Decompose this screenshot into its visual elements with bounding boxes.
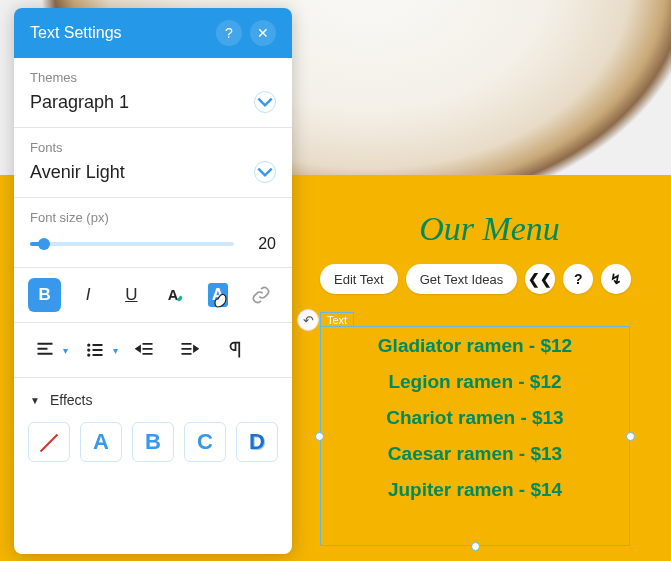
effects-presets: A B C D <box>14 422 292 476</box>
text-direction-button[interactable] <box>216 333 250 367</box>
chevron-down-icon <box>254 161 276 183</box>
indent-button[interactable] <box>172 333 206 367</box>
underline-button[interactable]: U <box>115 278 148 312</box>
triangle-down-icon: ▼ <box>30 395 40 406</box>
paragraph-format-row: ▾ ▾ <box>14 323 292 378</box>
element-toolbar: Edit Text Get Text Ideas ❮❮ ? ↯ <box>320 264 631 294</box>
selected-text-box[interactable]: Gladiator ramen - $12 Legion ramen - $12… <box>320 326 630 546</box>
slider-thumb[interactable] <box>38 238 50 250</box>
panel-header: Text Settings ? ✕ <box>14 8 292 58</box>
effect-preset-a[interactable]: A <box>80 422 122 462</box>
themes-dropdown[interactable]: Paragraph 1 <box>30 91 276 113</box>
list-button[interactable]: ▾ <box>78 333 118 367</box>
fonts-label: Fonts <box>30 140 276 155</box>
menu-item: Legion ramen - $12 <box>388 371 561 393</box>
chevron-down-icon <box>254 91 276 113</box>
panel-title: Text Settings <box>30 24 208 42</box>
text-settings-panel: Text Settings ? ✕ Themes Paragraph 1 Fon… <box>14 8 292 554</box>
themes-section: Themes Paragraph 1 <box>14 58 292 128</box>
effects-label: Effects <box>50 392 93 408</box>
effect-preset-b[interactable]: B <box>132 422 174 462</box>
fonts-section: Fonts Avenir Light <box>14 128 292 198</box>
fonts-value: Avenir Light <box>30 162 125 183</box>
effect-none[interactable] <box>28 422 70 462</box>
element-type-label: Text <box>320 312 354 327</box>
effects-toggle[interactable]: ▼ Effects <box>14 378 292 422</box>
outdent-button[interactable] <box>128 333 162 367</box>
font-size-section: Font size (px) 20 <box>14 198 292 268</box>
italic-button[interactable]: I <box>71 278 104 312</box>
panel-help-icon[interactable]: ? <box>216 20 242 46</box>
menu-item: Gladiator ramen - $12 <box>378 335 572 357</box>
link-button[interactable] <box>245 278 278 312</box>
character-format-row: B I U A A <box>14 268 292 323</box>
more-actions-icon[interactable]: ↯ <box>601 264 631 294</box>
font-size-slider[interactable] <box>30 242 234 246</box>
close-icon[interactable]: ✕ <box>250 20 276 46</box>
undo-icon[interactable]: ↶ <box>297 309 319 331</box>
svg-point-3 <box>87 353 90 356</box>
animate-icon[interactable]: ❮❮ <box>525 264 555 294</box>
menu-title: Our Menu <box>320 210 659 248</box>
menu-item: Jupiter ramen - $14 <box>388 479 562 501</box>
effect-preset-c[interactable]: C <box>184 422 226 462</box>
chevron-down-icon: ▾ <box>113 345 118 356</box>
themes-label: Themes <box>30 70 276 85</box>
section-heading[interactable]: Our Menu <box>320 210 659 248</box>
menu-item: Chariot ramen - $13 <box>386 407 563 429</box>
resize-handle-right[interactable] <box>626 432 635 441</box>
get-text-ideas-button[interactable]: Get Text Ideas <box>406 264 518 294</box>
effect-preset-d[interactable]: D <box>236 422 278 462</box>
svg-point-1 <box>87 343 90 346</box>
highlight-button[interactable]: A <box>201 278 234 312</box>
align-button[interactable]: ▾ <box>28 333 68 367</box>
bold-button[interactable]: B <box>28 278 61 312</box>
resize-handle-left[interactable] <box>315 432 324 441</box>
svg-text:A: A <box>167 287 178 303</box>
chevron-down-icon: ▾ <box>63 345 68 356</box>
font-size-label: Font size (px) <box>30 210 276 225</box>
text-color-button[interactable]: A <box>158 278 191 312</box>
font-size-value: 20 <box>248 235 276 253</box>
themes-value: Paragraph 1 <box>30 92 129 113</box>
menu-item: Caesar ramen - $13 <box>388 443 562 465</box>
help-icon[interactable]: ? <box>563 264 593 294</box>
svg-point-2 <box>87 348 90 351</box>
resize-handle-bottom[interactable] <box>471 542 480 551</box>
fonts-dropdown[interactable]: Avenir Light <box>30 161 276 183</box>
edit-text-button[interactable]: Edit Text <box>320 264 398 294</box>
